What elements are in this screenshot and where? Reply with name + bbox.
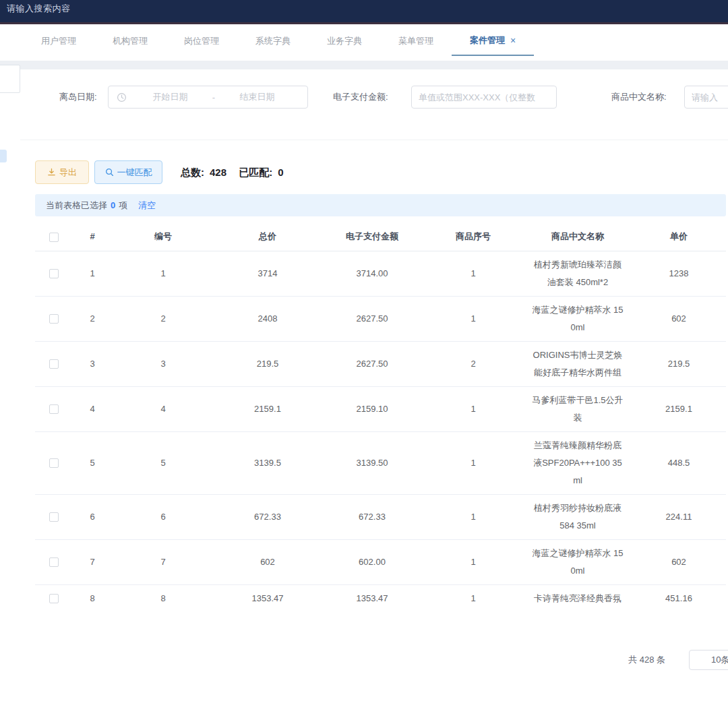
- tab-item[interactable]: 机构管理: [94, 26, 166, 56]
- cell-code: 4: [113, 386, 214, 431]
- export-button[interactable]: 导出: [35, 160, 89, 184]
- cell-index: 8: [72, 584, 113, 612]
- row-checkbox[interactable]: [49, 314, 59, 324]
- cell-index: 5: [72, 431, 113, 494]
- table-row: 1137143714.001植村秀新琥珀臻萃洁颜油套装 450ml*21238: [35, 251, 726, 296]
- left-cutoff-panel: [0, 65, 20, 93]
- tab-label: 案件管理: [470, 25, 505, 56]
- col-header-index: #: [72, 222, 113, 251]
- cell-index: 3: [72, 341, 113, 386]
- product-name-input[interactable]: [684, 86, 728, 109]
- cell-name: 海蓝之谜修护精萃水 150ml: [524, 539, 632, 584]
- one-click-match-button[interactable]: 一键匹配: [94, 160, 162, 184]
- row-checkbox[interactable]: [49, 594, 59, 603]
- cell-epay: 3139.50: [322, 431, 423, 494]
- selection-prefix: 当前表格已选择: [46, 200, 107, 212]
- cell-unit: 1238: [632, 251, 726, 296]
- col-header-code: 编号: [113, 222, 214, 251]
- toolbar: 导出 一键匹配 总数:428 已匹配:0: [20, 160, 728, 185]
- product-name-filter-label: 商品中文名称:: [611, 86, 667, 109]
- end-date-placeholder[interactable]: 结束日期: [215, 91, 299, 103]
- row-checkbox-cell: [35, 251, 72, 296]
- date-range-picker[interactable]: 开始日期 - 结束日期: [108, 86, 308, 109]
- left-cutoff-button[interactable]: [0, 150, 7, 162]
- row-checkbox-cell: [35, 386, 72, 431]
- row-checkbox[interactable]: [49, 512, 59, 522]
- cell-seq: 1: [423, 584, 524, 612]
- export-button-label: 导出: [59, 167, 77, 179]
- date-filter-label: 离岛日期:: [59, 86, 97, 109]
- cell-index: 2: [72, 296, 113, 341]
- row-checkbox[interactable]: [49, 359, 59, 369]
- global-search-input[interactable]: 请输入搜索内容: [7, 3, 71, 15]
- top-navbar: 请输入搜索内容: [0, 0, 728, 24]
- cell-epay: 672.33: [322, 494, 423, 539]
- table-row: 442159.12159.101马爹利蓝带干邑1.5公升装2159.1: [35, 386, 726, 431]
- amount-input[interactable]: [411, 86, 557, 109]
- data-table: # 编号 总价 电子支付金额 商品序号 商品中文名称 单价 1137143714…: [35, 222, 726, 612]
- tab-item[interactable]: 系统字典: [237, 26, 309, 56]
- cell-name: 植村秀新琥珀臻萃洁颜油套装 450ml*2: [524, 251, 632, 296]
- row-checkbox-cell: [35, 431, 72, 494]
- select-all-checkbox[interactable]: [49, 233, 59, 242]
- cell-code: 5: [113, 431, 214, 494]
- match-button-label: 一键匹配: [117, 167, 152, 179]
- total-label: 总数:: [181, 167, 204, 178]
- cell-code: 8: [113, 584, 214, 612]
- table-row: 77602602.001海蓝之谜修护精萃水 150ml602: [35, 539, 726, 584]
- pagination: 共 428 条 10条/页: [20, 649, 728, 672]
- page-size-select[interactable]: 10条/页: [689, 650, 728, 670]
- tab-item[interactable]: 用户管理: [23, 26, 94, 56]
- row-checkbox[interactable]: [49, 269, 59, 278]
- start-date-placeholder[interactable]: 开始日期: [128, 91, 212, 103]
- cell-seq: 1: [423, 539, 524, 584]
- tab-item[interactable]: 菜单管理: [380, 26, 452, 56]
- cell-name: 马爹利蓝带干邑1.5公升装: [524, 386, 632, 431]
- tab-label: 业务字典: [327, 26, 362, 57]
- tab-label: 用户管理: [41, 26, 76, 57]
- matched-label: 已匹配:: [239, 167, 272, 178]
- col-header-epay: 电子支付金额: [322, 222, 423, 251]
- match-stats: 总数:428 已匹配:0: [181, 160, 284, 184]
- cell-total: 1353.47: [214, 584, 322, 612]
- cell-total: 672.33: [214, 494, 322, 539]
- col-header-seq: 商品序号: [423, 222, 524, 251]
- tab-item[interactable]: 案件管理×: [452, 26, 534, 56]
- table-row: 33219.52627.502ORIGINS韦博士灵芝焕能好底子精华水两件组21…: [35, 341, 726, 386]
- cell-seq: 1: [423, 251, 524, 296]
- cell-unit: 602: [632, 539, 726, 584]
- divider-band: [0, 61, 728, 69]
- cell-epay: 2159.10: [322, 386, 423, 431]
- row-checkbox[interactable]: [49, 404, 59, 414]
- cell-total: 219.5: [214, 341, 322, 386]
- cell-epay: 3714.00: [322, 251, 423, 296]
- selection-bar: 当前表格已选择 0 项 清空: [35, 194, 726, 216]
- cell-unit: 451.16: [632, 584, 726, 612]
- cell-total: 3139.5: [214, 431, 322, 494]
- row-checkbox[interactable]: [49, 557, 59, 567]
- cell-code: 6: [113, 494, 214, 539]
- cell-index: 4: [72, 386, 113, 431]
- cell-total: 2408: [214, 296, 322, 341]
- cell-name: 海蓝之谜修护精萃水 150ml: [524, 296, 632, 341]
- row-checkbox-cell: [35, 341, 72, 386]
- cell-unit: 602: [632, 296, 726, 341]
- cell-seq: 2: [423, 341, 524, 386]
- cell-index: 1: [72, 251, 113, 296]
- tab-close-icon[interactable]: ×: [510, 25, 516, 56]
- cell-seq: 1: [423, 296, 524, 341]
- row-checkbox[interactable]: [49, 458, 59, 468]
- tab-item[interactable]: 岗位管理: [166, 26, 237, 56]
- cell-epay: 602.00: [322, 539, 423, 584]
- cell-epay: 2627.50: [322, 296, 423, 341]
- tab-item[interactable]: 业务字典: [309, 26, 380, 56]
- table-row: 881353.471353.471卡诗菁纯亮泽经典香氛451.16: [35, 584, 726, 612]
- table-row: 2224082627.501海蓝之谜修护精萃水 150ml602: [35, 296, 726, 341]
- cell-seq: 1: [423, 386, 524, 431]
- cell-total: 3714: [214, 251, 322, 296]
- clear-selection-link[interactable]: 清空: [138, 200, 156, 212]
- cell-total: 2159.1: [214, 386, 322, 431]
- row-checkbox-cell: [35, 494, 72, 539]
- cell-code: 1: [113, 251, 214, 296]
- cell-seq: 1: [423, 431, 524, 494]
